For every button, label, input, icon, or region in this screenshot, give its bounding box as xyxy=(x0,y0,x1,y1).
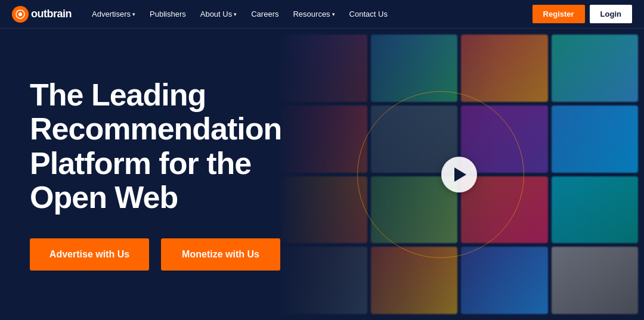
navbar: outbrain Advertisers ▾ Publishers About … xyxy=(0,0,644,29)
chevron-down-icon-resources: ▾ xyxy=(332,11,335,17)
nav-links: Advertisers ▾ Publishers About Us ▾ Care… xyxy=(86,6,532,22)
login-button[interactable]: Login xyxy=(590,5,632,23)
nav-careers[interactable]: Careers xyxy=(245,6,284,22)
register-button[interactable]: Register xyxy=(532,5,585,23)
nav-publishers[interactable]: Publishers xyxy=(144,6,192,22)
monetize-button[interactable]: Monetize with Us xyxy=(161,238,280,271)
advertise-button[interactable]: Advertise with Us xyxy=(30,238,149,271)
logo-text: outbrain xyxy=(31,8,72,20)
nav-contact[interactable]: Contact Us xyxy=(343,6,394,22)
chevron-down-icon-about: ▾ xyxy=(234,11,237,17)
play-button[interactable] xyxy=(441,157,477,192)
logo[interactable]: outbrain xyxy=(12,6,72,23)
nav-auth-buttons: Register Login xyxy=(532,5,632,23)
nav-advertisers[interactable]: Advertisers ▾ xyxy=(86,6,141,22)
hero-buttons: Advertise with Us Monetize with Us xyxy=(30,238,304,271)
logo-icon xyxy=(12,6,29,23)
chevron-down-icon: ▾ xyxy=(132,11,135,17)
nav-resources[interactable]: Resources ▾ xyxy=(287,6,340,22)
circle-decoration xyxy=(357,91,524,258)
play-icon xyxy=(454,167,466,182)
nav-about[interactable]: About Us ▾ xyxy=(194,6,243,22)
hero-content: The Leading Recommendation Platform for … xyxy=(0,54,334,294)
hero-section: The Leading Recommendation Platform for … xyxy=(0,29,644,320)
svg-point-1 xyxy=(18,13,22,16)
hero-title: The Leading Recommendation Platform for … xyxy=(30,78,304,215)
